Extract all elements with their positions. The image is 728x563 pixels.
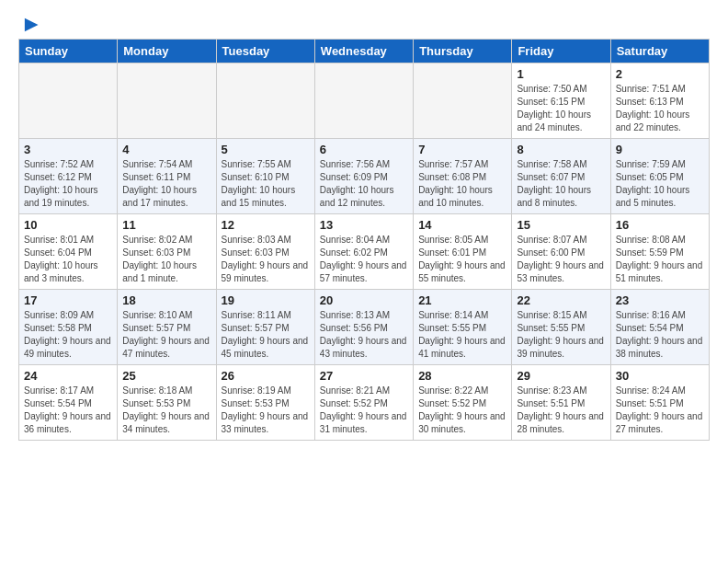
day-info: Sunrise: 7:56 AM Sunset: 6:09 PM Dayligh…	[320, 158, 408, 210]
day-number: 20	[320, 293, 408, 307]
calendar-cell	[314, 63, 413, 139]
day-info: Sunrise: 7:50 AM Sunset: 6:15 PM Dayligh…	[517, 83, 605, 134]
calendar-cell	[414, 63, 512, 139]
weekday-header-sunday: Sunday	[19, 40, 118, 63]
day-info: Sunrise: 7:58 AM Sunset: 6:07 PM Dayligh…	[517, 158, 605, 210]
day-info: Sunrise: 7:52 AM Sunset: 6:12 PM Dayligh…	[24, 158, 112, 210]
day-info: Sunrise: 8:15 AM Sunset: 5:55 PM Dayligh…	[517, 309, 605, 361]
calendar-cell: 25Sunrise: 8:18 AM Sunset: 5:53 PM Dayli…	[118, 365, 216, 441]
calendar-cell: 22Sunrise: 8:15 AM Sunset: 5:55 PM Dayli…	[512, 290, 610, 365]
day-info: Sunrise: 8:01 AM Sunset: 6:04 PM Dayligh…	[24, 234, 112, 285]
calendar-cell: 4Sunrise: 7:54 AM Sunset: 6:11 PM Daylig…	[118, 139, 216, 214]
calendar-cell: 14Sunrise: 8:05 AM Sunset: 6:01 PM Dayli…	[414, 214, 512, 290]
calendar-week-row: 1Sunrise: 7:50 AM Sunset: 6:15 PM Daylig…	[19, 63, 710, 139]
weekday-header-thursday: Thursday	[414, 40, 512, 63]
calendar-week-row: 3Sunrise: 7:52 AM Sunset: 6:12 PM Daylig…	[19, 139, 710, 214]
svg-marker-0	[25, 18, 39, 32]
calendar-cell: 3Sunrise: 7:52 AM Sunset: 6:12 PM Daylig…	[19, 139, 118, 214]
day-number: 18	[122, 293, 210, 307]
day-number: 17	[24, 293, 112, 307]
calendar-week-row: 24Sunrise: 8:17 AM Sunset: 5:54 PM Dayli…	[19, 365, 710, 441]
day-number: 10	[24, 218, 112, 232]
day-info: Sunrise: 8:17 AM Sunset: 5:54 PM Dayligh…	[24, 385, 112, 436]
weekday-header-row: SundayMondayTuesdayWednesdayThursdayFrid…	[19, 40, 710, 63]
day-info: Sunrise: 7:59 AM Sunset: 6:05 PM Dayligh…	[616, 158, 704, 210]
weekday-header-saturday: Saturday	[610, 40, 709, 63]
day-number: 28	[418, 369, 506, 383]
day-info: Sunrise: 7:51 AM Sunset: 6:13 PM Dayligh…	[616, 83, 704, 134]
calendar-cell: 27Sunrise: 8:21 AM Sunset: 5:52 PM Dayli…	[314, 365, 413, 441]
calendar-cell: 30Sunrise: 8:24 AM Sunset: 5:51 PM Dayli…	[610, 365, 709, 441]
day-info: Sunrise: 8:18 AM Sunset: 5:53 PM Dayligh…	[122, 385, 210, 436]
day-info: Sunrise: 8:09 AM Sunset: 5:58 PM Dayligh…	[24, 309, 112, 361]
calendar-table: SundayMondayTuesdayWednesdayThursdayFrid…	[18, 39, 710, 441]
calendar-cell: 6Sunrise: 7:56 AM Sunset: 6:09 PM Daylig…	[314, 139, 413, 214]
day-number: 9	[616, 143, 704, 156]
calendar-cell: 20Sunrise: 8:13 AM Sunset: 5:56 PM Dayli…	[314, 290, 413, 365]
day-number: 11	[122, 218, 210, 232]
day-info: Sunrise: 8:14 AM Sunset: 5:55 PM Dayligh…	[418, 309, 506, 361]
weekday-header-friday: Friday	[512, 40, 610, 63]
day-number: 15	[517, 218, 605, 232]
day-info: Sunrise: 8:21 AM Sunset: 5:52 PM Dayligh…	[320, 385, 408, 436]
logo	[18, 15, 40, 31]
calendar-cell: 7Sunrise: 7:57 AM Sunset: 6:08 PM Daylig…	[414, 139, 512, 214]
day-number: 29	[517, 369, 605, 383]
calendar-cell: 16Sunrise: 8:08 AM Sunset: 5:59 PM Dayli…	[610, 214, 709, 290]
calendar-cell	[19, 63, 118, 139]
day-number: 2	[616, 67, 704, 81]
calendar-cell: 10Sunrise: 8:01 AM Sunset: 6:04 PM Dayli…	[19, 214, 118, 290]
day-number: 19	[222, 293, 310, 307]
day-number: 22	[517, 293, 605, 307]
day-info: Sunrise: 8:05 AM Sunset: 6:01 PM Dayligh…	[418, 234, 506, 285]
day-number: 3	[24, 143, 112, 156]
day-number: 7	[418, 143, 506, 156]
day-number: 8	[517, 143, 605, 156]
calendar-cell	[118, 63, 216, 139]
day-info: Sunrise: 7:54 AM Sunset: 6:11 PM Dayligh…	[122, 158, 210, 210]
day-number: 13	[320, 218, 408, 232]
calendar-cell: 11Sunrise: 8:02 AM Sunset: 6:03 PM Dayli…	[118, 214, 216, 290]
day-info: Sunrise: 7:57 AM Sunset: 6:08 PM Dayligh…	[418, 158, 506, 210]
day-number: 14	[418, 218, 506, 232]
calendar-cell: 5Sunrise: 7:55 AM Sunset: 6:10 PM Daylig…	[216, 139, 314, 214]
day-info: Sunrise: 7:55 AM Sunset: 6:10 PM Dayligh…	[222, 158, 310, 210]
day-number: 30	[616, 369, 704, 383]
day-info: Sunrise: 8:22 AM Sunset: 5:52 PM Dayligh…	[418, 385, 506, 436]
day-number: 1	[517, 67, 605, 81]
calendar-cell: 18Sunrise: 8:10 AM Sunset: 5:57 PM Dayli…	[118, 290, 216, 365]
calendar-cell: 2Sunrise: 7:51 AM Sunset: 6:13 PM Daylig…	[610, 63, 709, 139]
weekday-header-tuesday: Tuesday	[216, 40, 314, 63]
day-number: 5	[222, 143, 310, 156]
calendar-cell: 26Sunrise: 8:19 AM Sunset: 5:53 PM Dayli…	[216, 365, 314, 441]
calendar-cell: 21Sunrise: 8:14 AM Sunset: 5:55 PM Dayli…	[414, 290, 512, 365]
day-number: 24	[24, 369, 112, 383]
calendar-cell: 13Sunrise: 8:04 AM Sunset: 6:02 PM Dayli…	[314, 214, 413, 290]
day-number: 16	[616, 218, 704, 232]
day-info: Sunrise: 8:03 AM Sunset: 6:03 PM Dayligh…	[222, 234, 310, 285]
calendar-cell: 15Sunrise: 8:07 AM Sunset: 6:00 PM Dayli…	[512, 214, 610, 290]
day-number: 6	[320, 143, 408, 156]
day-number: 27	[320, 369, 408, 383]
calendar-cell: 23Sunrise: 8:16 AM Sunset: 5:54 PM Dayli…	[610, 290, 709, 365]
day-number: 12	[222, 218, 310, 232]
calendar-week-row: 17Sunrise: 8:09 AM Sunset: 5:58 PM Dayli…	[19, 290, 710, 365]
day-info: Sunrise: 8:11 AM Sunset: 5:57 PM Dayligh…	[222, 309, 310, 361]
day-info: Sunrise: 8:04 AM Sunset: 6:02 PM Dayligh…	[320, 234, 408, 285]
calendar-cell: 17Sunrise: 8:09 AM Sunset: 5:58 PM Dayli…	[19, 290, 118, 365]
day-number: 21	[418, 293, 506, 307]
day-info: Sunrise: 8:02 AM Sunset: 6:03 PM Dayligh…	[122, 234, 210, 285]
calendar-cell: 9Sunrise: 7:59 AM Sunset: 6:05 PM Daylig…	[610, 139, 709, 214]
calendar-cell: 29Sunrise: 8:23 AM Sunset: 5:51 PM Dayli…	[512, 365, 610, 441]
calendar-cell: 1Sunrise: 7:50 AM Sunset: 6:15 PM Daylig…	[512, 63, 610, 139]
calendar-week-row: 10Sunrise: 8:01 AM Sunset: 6:04 PM Dayli…	[19, 214, 710, 290]
calendar-cell: 8Sunrise: 7:58 AM Sunset: 6:07 PM Daylig…	[512, 139, 610, 214]
calendar-cell	[216, 63, 314, 139]
day-info: Sunrise: 8:23 AM Sunset: 5:51 PM Dayligh…	[517, 385, 605, 436]
day-info: Sunrise: 8:08 AM Sunset: 5:59 PM Dayligh…	[616, 234, 704, 285]
calendar-cell: 12Sunrise: 8:03 AM Sunset: 6:03 PM Dayli…	[216, 214, 314, 290]
day-info: Sunrise: 8:16 AM Sunset: 5:54 PM Dayligh…	[616, 309, 704, 361]
header-area	[18, 15, 710, 31]
logo-icon	[19, 15, 40, 35]
calendar-cell: 19Sunrise: 8:11 AM Sunset: 5:57 PM Dayli…	[216, 290, 314, 365]
